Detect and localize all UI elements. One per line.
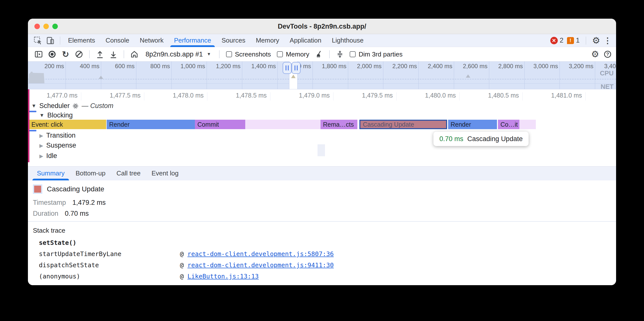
flame-bar-render[interactable]: Render xyxy=(107,120,195,129)
tab-lighthouse[interactable]: Lighthouse xyxy=(327,34,369,47)
upload-profile-icon[interactable] xyxy=(94,48,106,60)
error-icon: ✕ xyxy=(550,37,558,44)
download-profile-icon[interactable] xyxy=(108,48,119,60)
ruler-tick-label: 1,477.5 ms xyxy=(101,92,140,99)
stack-frame-function: dispatchSetState xyxy=(39,262,99,269)
overview-tick-line xyxy=(383,61,383,89)
triangle-right-icon: ▶ xyxy=(40,133,43,139)
warning-badge[interactable]: !1 xyxy=(567,37,580,44)
suspense-lane-header[interactable]: ▶ Suspense xyxy=(40,142,76,149)
garbage-collect-icon[interactable] xyxy=(313,48,325,60)
transition-lane-header[interactable]: ▶ Transition xyxy=(40,132,76,139)
clear-recording-icon[interactable] xyxy=(73,48,85,60)
overview-tick-line xyxy=(101,61,101,89)
triangle-right-icon: ▶ xyxy=(40,143,43,149)
details-tab-event-log[interactable]: Event log xyxy=(146,166,184,180)
overview-tick-label: 1,800 ms xyxy=(316,63,346,70)
overview-tick-label: 1,000 ms xyxy=(175,63,205,70)
toggle-sidebar-icon[interactable] xyxy=(33,48,44,60)
blocking-lane-header[interactable]: ▼ Blocking xyxy=(40,112,73,119)
record-and-reload-icon[interactable]: ↻ xyxy=(60,48,71,60)
tooltip-duration: 0.70 ms xyxy=(440,135,463,143)
source-link[interactable]: react-dom-client.development.js:5807:36 xyxy=(188,250,334,258)
stack-frame-row: startUpdateTimerByLane@ react-dom-client… xyxy=(33,248,611,260)
cpu-activity-silhouette xyxy=(29,72,45,83)
overview-tick-label: 1,200 ms xyxy=(210,63,240,70)
source-link[interactable]: LikeButton.js:13:13 xyxy=(188,273,259,280)
timeline-overview[interactable]: 200 ms400 ms600 ms800 ms1,000 ms1,200 ms… xyxy=(28,61,616,89)
warning-icon: ! xyxy=(567,37,574,44)
titlebar: DevTools - 8p2n9n.csb.app/ xyxy=(28,19,616,34)
overview-tick-line xyxy=(348,61,348,89)
flame-bar-commit[interactable]: Commit xyxy=(195,120,245,129)
overview-tick-label: 1,400 ms xyxy=(246,63,276,70)
overview-tick-line xyxy=(66,61,66,89)
flame-bar-cascading-update[interactable]: Cascading Update xyxy=(360,120,447,129)
track-kind-label: — Custom xyxy=(82,102,114,110)
flame-bar-pad[interactable] xyxy=(520,120,536,129)
stack-frame-location: @ react-dom-client.development.js:5807:3… xyxy=(180,248,334,260)
event-color-swatch xyxy=(34,186,41,193)
tab-elements[interactable]: Elements xyxy=(63,34,100,47)
track-accent-dash xyxy=(29,111,36,112)
settings-gear-icon[interactable]: ⚙ xyxy=(592,36,600,45)
overview-tick-label: 400 ms xyxy=(70,63,100,70)
tab-console[interactable]: Console xyxy=(100,34,134,47)
scheduler-track-header[interactable]: ▼ Scheduler — Custom xyxy=(32,102,114,110)
window-title: DevTools - 8p2n9n.csb.app/ xyxy=(28,19,616,34)
tab-performance[interactable]: Performance xyxy=(169,34,216,47)
source-link[interactable]: react-dom-client.development.js:9411:30 xyxy=(188,262,334,269)
details-tab-summary[interactable]: Summary xyxy=(32,166,70,180)
tab-application[interactable]: Application xyxy=(284,34,326,47)
device-toolbar-icon[interactable] xyxy=(45,35,56,46)
overview-tick-label: 2,200 ms xyxy=(387,63,417,70)
separator xyxy=(329,50,330,58)
separator xyxy=(586,37,586,44)
flame-bar-rema-cts[interactable]: Rema…cts xyxy=(320,120,358,129)
selection-right-handle[interactable] xyxy=(292,62,300,74)
flame-row: Event: clickRenderCommitRema…ctsCascadin… xyxy=(28,120,616,129)
tab-memory[interactable]: Memory xyxy=(250,34,284,47)
overview-tick-label: 200 ms xyxy=(34,63,64,70)
overview-tick-label: 3,000 ms xyxy=(528,63,558,70)
cpu-baseline xyxy=(28,79,616,79)
capture-settings-gear-icon[interactable]: ⚙ xyxy=(591,50,599,59)
flame-bar-render[interactable]: Render xyxy=(448,120,497,129)
memory-checkbox[interactable]: Memory xyxy=(277,50,309,58)
ruler-tick-label: 1,481.0 ms xyxy=(542,92,582,99)
tab-sources[interactable]: Sources xyxy=(216,34,250,47)
dim-3rd-parties-checkbox[interactable]: Dim 3rd parties xyxy=(350,50,402,58)
overview-tick-line xyxy=(278,61,278,89)
overview-tick-line xyxy=(595,61,595,89)
selection-left-handle[interactable] xyxy=(282,62,292,74)
track-accent-dash xyxy=(29,130,36,131)
overview-tick-label: 800 ms xyxy=(140,63,170,70)
ruler-tick-label: 1,479.0 ms xyxy=(290,92,330,99)
help-icon[interactable]: ? xyxy=(604,51,611,58)
details-tab-call-tree[interactable]: Call tree xyxy=(111,166,146,180)
history-dropdown[interactable]: 8p2n9n.csb.app #1▼ xyxy=(142,50,214,58)
stack-frame-function: (anonymous) xyxy=(39,273,80,280)
stack-frame-location: @ LikeButton.js:13:13 xyxy=(180,271,259,282)
collapse-sections-icon[interactable] xyxy=(334,48,346,60)
overview-tick-line xyxy=(206,61,207,89)
stack-frame-row: setState() xyxy=(33,237,611,248)
more-options-icon[interactable]: ⋮ xyxy=(604,36,612,45)
track-edge-marker xyxy=(28,89,30,162)
ruler-tick-label: 1,480.5 ms xyxy=(479,92,519,99)
divider xyxy=(28,221,616,222)
tab-network[interactable]: Network xyxy=(134,34,169,47)
triangle-right-icon: ▶ xyxy=(40,153,43,159)
idle-lane-header[interactable]: ▶ Idle xyxy=(40,152,57,160)
inspect-element-icon[interactable] xyxy=(32,35,43,46)
flame-bar-event-click[interactable]: Event: click xyxy=(29,120,106,129)
details-tab-bottom-up[interactable]: Bottom-up xyxy=(70,166,111,180)
home-icon[interactable] xyxy=(128,48,140,60)
flame-bar-co-it[interactable]: Co…it xyxy=(498,120,520,129)
error-badge[interactable]: ✕2 xyxy=(550,37,564,44)
flame-bar-pad[interactable] xyxy=(245,120,320,129)
overview-tick-label: 600 ms xyxy=(105,63,134,70)
summary-title: Cascading Update xyxy=(47,185,104,193)
screenshots-checkbox[interactable]: Screenshots xyxy=(226,50,271,58)
record-button[interactable] xyxy=(46,48,58,60)
